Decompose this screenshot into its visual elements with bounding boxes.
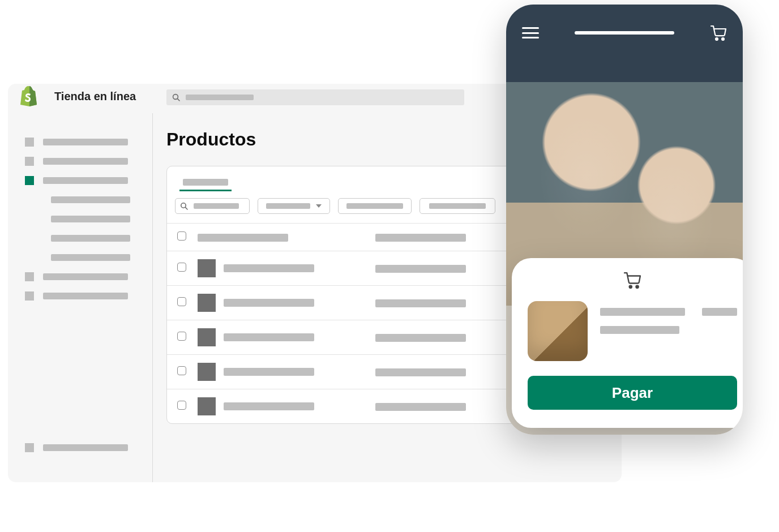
storefront-header bbox=[506, 5, 743, 41]
product-thumb bbox=[198, 328, 216, 346]
product-name bbox=[224, 402, 314, 410]
svg-point-7 bbox=[636, 286, 638, 288]
cell-value bbox=[375, 265, 466, 273]
product-name bbox=[224, 299, 314, 307]
nav-icon bbox=[25, 272, 34, 281]
sidebar-item[interactable] bbox=[8, 286, 152, 306]
shopify-bag-icon bbox=[19, 86, 37, 106]
svg-point-4 bbox=[716, 38, 718, 40]
pay-button[interactable]: Pagar bbox=[528, 376, 737, 410]
product-name bbox=[224, 333, 314, 341]
nav-label bbox=[51, 254, 130, 261]
search-icon bbox=[172, 93, 180, 101]
sidebar-item-active[interactable] bbox=[8, 171, 152, 190]
cart-line-item bbox=[528, 301, 737, 361]
cell-value bbox=[375, 299, 466, 307]
sidebar-subitem[interactable] bbox=[8, 190, 152, 209]
product-thumb bbox=[198, 363, 216, 381]
cart-icon[interactable] bbox=[710, 25, 727, 41]
col-header bbox=[375, 234, 466, 242]
nav-label bbox=[51, 235, 130, 242]
sidebar-subitem[interactable] bbox=[8, 209, 152, 229]
checkout-card: Pagar bbox=[512, 258, 743, 428]
row-checkbox[interactable] bbox=[177, 401, 186, 410]
filter-dropdown[interactable] bbox=[258, 198, 330, 214]
product-thumb bbox=[198, 259, 216, 277]
cart-item-price bbox=[702, 308, 737, 316]
cell-value bbox=[375, 368, 466, 376]
product-thumb bbox=[198, 397, 216, 415]
nav-icon bbox=[25, 291, 34, 301]
nav-label bbox=[51, 216, 130, 222]
row-checkbox[interactable] bbox=[177, 366, 186, 375]
cart-icon bbox=[623, 272, 642, 291]
global-search[interactable] bbox=[166, 89, 464, 105]
sidebar-item[interactable] bbox=[8, 267, 152, 286]
cart-item-title bbox=[600, 308, 685, 316]
tab-label bbox=[183, 179, 228, 186]
cart-item-subtitle bbox=[600, 326, 679, 334]
row-checkbox[interactable] bbox=[177, 263, 186, 272]
nav-label bbox=[43, 158, 128, 165]
filter-label bbox=[346, 203, 403, 209]
nav-label bbox=[43, 273, 128, 280]
svg-line-1 bbox=[177, 98, 179, 101]
filter-placeholder bbox=[194, 203, 239, 209]
cell-value bbox=[375, 403, 466, 411]
product-name bbox=[224, 368, 314, 376]
nav-icon bbox=[25, 157, 34, 166]
filter-search[interactable] bbox=[175, 198, 250, 214]
product-thumb bbox=[198, 294, 216, 312]
svg-point-6 bbox=[630, 286, 632, 288]
row-checkbox[interactable] bbox=[177, 332, 186, 341]
sidebar-subitem[interactable] bbox=[8, 229, 152, 248]
sidebar-item-footer[interactable] bbox=[8, 438, 152, 457]
nav-icon bbox=[25, 443, 34, 452]
filter-dropdown[interactable] bbox=[420, 198, 495, 214]
hamburger-icon[interactable] bbox=[522, 27, 539, 38]
brand-title: Tienda en línea bbox=[54, 90, 136, 103]
nav-label bbox=[43, 444, 128, 451]
storefront-phone: Pagar bbox=[506, 5, 743, 435]
filter-label bbox=[266, 203, 310, 209]
svg-point-5 bbox=[722, 38, 724, 40]
nav-label bbox=[51, 196, 130, 203]
sidebar-item[interactable] bbox=[8, 152, 152, 171]
chevron-down-icon bbox=[316, 204, 322, 208]
nav-label bbox=[43, 139, 128, 145]
sidebar-item[interactable] bbox=[8, 132, 152, 152]
select-all-checkbox[interactable] bbox=[177, 231, 186, 241]
nav-label bbox=[43, 177, 128, 184]
row-checkbox[interactable] bbox=[177, 297, 186, 306]
search-icon bbox=[180, 202, 188, 210]
filter-dropdown[interactable] bbox=[338, 198, 412, 214]
address-bar[interactable] bbox=[575, 31, 674, 35]
cell-value bbox=[375, 334, 466, 342]
nav-label bbox=[43, 293, 128, 299]
col-header bbox=[198, 234, 288, 242]
nav-icon bbox=[25, 138, 34, 147]
sidebar-subitem[interactable] bbox=[8, 248, 152, 267]
svg-line-3 bbox=[185, 207, 187, 209]
brand-row: Tienda en línea bbox=[19, 86, 136, 106]
nav-icon bbox=[25, 176, 34, 185]
search-placeholder bbox=[186, 95, 254, 100]
filter-label bbox=[429, 203, 486, 209]
tab-active[interactable] bbox=[179, 174, 232, 191]
product-name bbox=[224, 264, 314, 272]
sidebar bbox=[8, 113, 153, 482]
cart-item-image bbox=[528, 301, 588, 361]
